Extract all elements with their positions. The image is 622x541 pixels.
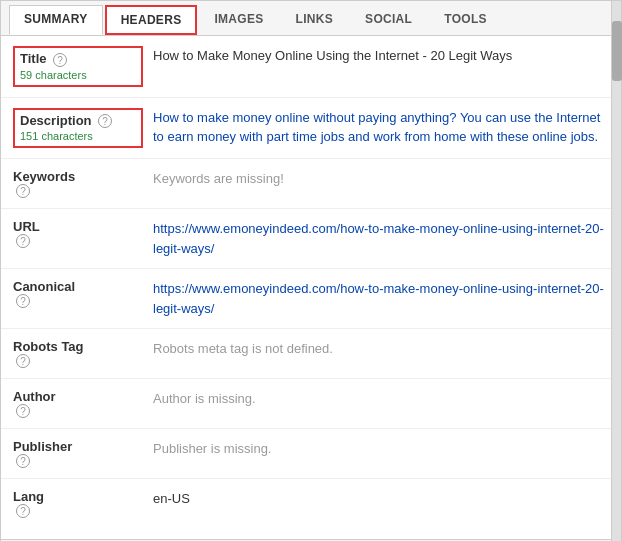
row-author: Author ? Author is missing. xyxy=(1,379,621,429)
label-col-title: Title ? 59 characters xyxy=(13,46,153,87)
tab-links[interactable]: Links xyxy=(281,5,349,35)
label-col-canonical: Canonical ? xyxy=(13,279,153,308)
tab-social[interactable]: Social xyxy=(350,5,427,35)
desc-help-icon[interactable]: ? xyxy=(98,114,112,128)
row-keywords: Keywords ? Keywords are missing! xyxy=(1,159,621,209)
keywords-value: Keywords are missing! xyxy=(153,169,609,189)
label-col-description: Description ? 151 characters xyxy=(13,108,153,149)
row-publisher: Publisher ? Publisher is missing. xyxy=(1,429,621,479)
title-value: How to Make Money Online Using the Inter… xyxy=(153,46,609,66)
lang-help-icon[interactable]: ? xyxy=(16,504,30,518)
label-col-publisher: Publisher ? xyxy=(13,439,153,468)
canonical-help-icon[interactable]: ? xyxy=(16,294,30,308)
tab-images[interactable]: Images xyxy=(199,5,278,35)
title-label-box: Title ? 59 characters xyxy=(13,46,143,87)
row-url: URL ? https://www.emoneyindeed.com/how-t… xyxy=(1,209,621,269)
description-value: How to make money online without paying … xyxy=(153,108,609,147)
lang-value: en-US xyxy=(153,489,609,509)
author-value: Author is missing. xyxy=(153,389,609,409)
content-area: Title ? 59 characters How to Make Money … xyxy=(1,36,621,541)
canonical-link[interactable]: https://www.emoneyindeed.com/how-to-make… xyxy=(153,281,604,316)
row-robots-tag: Robots Tag ? Robots meta tag is not defi… xyxy=(1,329,621,379)
url-link[interactable]: https://www.emoneyindeed.com/how-to-make… xyxy=(153,221,604,256)
row-description: Description ? 151 characters How to make… xyxy=(1,98,621,160)
tab-summary[interactable]: SUMMARY xyxy=(9,5,103,35)
robots-help-icon[interactable]: ? xyxy=(16,354,30,368)
author-help-icon[interactable]: ? xyxy=(16,404,30,418)
label-col-lang: Lang ? xyxy=(13,489,153,518)
robots-value: Robots meta tag is not defined. xyxy=(153,339,609,359)
row-canonical: Canonical ? https://www.emoneyindeed.com… xyxy=(1,269,621,329)
row-lang: Lang ? en-US xyxy=(1,479,621,528)
label-col-author: Author ? xyxy=(13,389,153,418)
url-help-icon[interactable]: ? xyxy=(16,234,30,248)
main-container: SUMMARY Headers Images Links Social Tool… xyxy=(0,0,622,541)
publisher-value: Publisher is missing. xyxy=(153,439,609,459)
tab-bar: SUMMARY Headers Images Links Social Tool… xyxy=(1,1,621,36)
canonical-value: https://www.emoneyindeed.com/how-to-make… xyxy=(153,279,609,318)
desc-label-box: Description ? 151 characters xyxy=(13,108,143,149)
label-col-robots: Robots Tag ? xyxy=(13,339,153,368)
keywords-help-icon[interactable]: ? xyxy=(16,184,30,198)
publisher-help-icon[interactable]: ? xyxy=(16,454,30,468)
tab-tools[interactable]: Tools xyxy=(429,5,502,35)
label-col-url: URL ? xyxy=(13,219,153,248)
label-col-keywords: Keywords ? xyxy=(13,169,153,198)
tab-headers[interactable]: Headers xyxy=(105,5,198,35)
scrollbar[interactable] xyxy=(611,1,621,541)
scrollbar-thumb[interactable] xyxy=(612,21,622,81)
row-title: Title ? 59 characters How to Make Money … xyxy=(1,36,621,98)
url-value: https://www.emoneyindeed.com/how-to-make… xyxy=(153,219,609,258)
title-help-icon[interactable]: ? xyxy=(53,53,67,67)
